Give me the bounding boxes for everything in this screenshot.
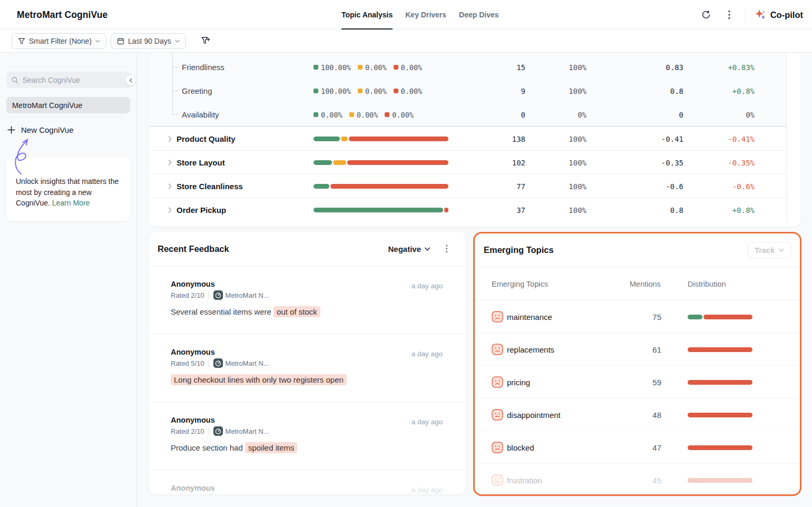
topic-rows: Product Quality 138 100% -0.41 -0.41% bbox=[149, 126, 786, 221]
emerging-topic-row[interactable]: pricing 59 bbox=[475, 366, 800, 398]
score-delta: -0.6% bbox=[687, 174, 755, 198]
smart-filter-dropdown[interactable]: Smart Filter (None) bbox=[12, 33, 106, 49]
column-topic: Emerging Topics bbox=[492, 267, 548, 300]
sidebar-item-metromart-cognivue[interactable]: MetroMart CogniVue bbox=[6, 97, 130, 113]
topic-subrow[interactable]: Friendliness 100.00% 0.00% 0.00% 15 100%… bbox=[149, 55, 786, 79]
feedback-rating: Rated 2/10 bbox=[171, 291, 204, 299]
tab-label: Key Drivers bbox=[405, 11, 446, 19]
feedback-highlight: Long checkout lines with only two regist… bbox=[171, 374, 347, 385]
copilot-button[interactable]: Co-pilot bbox=[754, 8, 803, 21]
sentiment-legend: 100.00% 0.00% 0.00% bbox=[314, 55, 422, 79]
score-delta: +0.8% bbox=[687, 79, 755, 103]
positive-pct: 0.00% bbox=[321, 111, 343, 119]
refresh-icon bbox=[701, 10, 711, 19]
tab[interactable]: Deep Dives bbox=[459, 0, 498, 30]
neutral-square-icon bbox=[358, 89, 363, 93]
positive-segment bbox=[314, 160, 332, 165]
feedback-text: Several essential items were out of stoc… bbox=[171, 306, 443, 318]
negative-segment bbox=[688, 413, 752, 417]
emerging-topic-mentions: 61 bbox=[622, 333, 661, 366]
new-cognivue-label: New CogniVue bbox=[21, 125, 74, 134]
negative-square-icon bbox=[394, 89, 398, 93]
sentiment-score: -0.6 bbox=[629, 174, 683, 198]
column-distribution: Distribution bbox=[688, 267, 726, 300]
score-delta: -0.41% bbox=[687, 127, 755, 151]
meta-divider bbox=[209, 427, 209, 435]
feedback-item[interactable]: Anonymous Rated 3/10 MetroMart N... a da… bbox=[149, 470, 466, 494]
topic-row[interactable]: Order Pickup 37 100% 0.8 +0.8% bbox=[149, 198, 786, 221]
track-dropdown-button[interactable]: Track bbox=[747, 242, 791, 258]
mention-count: 0 bbox=[455, 103, 525, 126]
emerging-topic-distribution-bar bbox=[688, 380, 752, 385]
feedback-item[interactable]: Anonymous Rated 2/10 MetroMart N... a da… bbox=[149, 266, 466, 334]
topic-label: Store Layout bbox=[177, 151, 225, 174]
topic-row[interactable]: Store Layout 102 100% -0.35 -0.35% bbox=[149, 150, 786, 174]
mention-count: 9 bbox=[455, 79, 525, 103]
emerging-topics-columns: Emerging Topics Mentions Distribution bbox=[475, 267, 800, 300]
feedback-rating: Rated 2/10 bbox=[171, 427, 204, 435]
sentiment-bar bbox=[314, 208, 448, 212]
feedback-kebab-menu[interactable] bbox=[443, 241, 451, 256]
feedback-author: Anonymous bbox=[171, 348, 269, 356]
arrow-doodle bbox=[13, 136, 35, 175]
tab-label: Topic Analysis bbox=[341, 11, 393, 19]
emerging-topics-header: Emerging Topics Track bbox=[475, 233, 800, 267]
sad-face-icon bbox=[492, 344, 503, 355]
feedback-item[interactable]: Anonymous Rated 2/10 MetroMart N... a da… bbox=[149, 402, 466, 470]
neutral-pct: 0.00% bbox=[365, 63, 387, 72]
positive-segment bbox=[688, 315, 702, 319]
sentiment-score: -0.41 bbox=[629, 127, 683, 151]
coverage-pct: 100% bbox=[555, 151, 586, 174]
negative-pct: 0.00% bbox=[401, 63, 423, 72]
refresh-button[interactable] bbox=[699, 7, 713, 22]
new-cognivue-button[interactable]: New CogniVue bbox=[7, 125, 74, 134]
collapse-sidebar-button[interactable] bbox=[125, 74, 136, 86]
add-filter-button[interactable] bbox=[201, 36, 210, 45]
emerging-topic-distribution-bar bbox=[688, 478, 752, 483]
gauge-icon bbox=[213, 426, 223, 436]
topic-subrow[interactable]: Availability 0.00% 0.00% 0.00% 0 0% 0 0% bbox=[149, 103, 786, 126]
feedback-item[interactable]: Anonymous Rated 5/10 MetroMart N... a da… bbox=[149, 334, 466, 402]
emerging-topic-row[interactable]: maintenance 75 bbox=[475, 300, 800, 333]
chevron-down-icon bbox=[175, 40, 180, 43]
positive-pct: 100.00% bbox=[321, 87, 351, 95]
emerging-topic-mentions: 75 bbox=[622, 300, 661, 333]
emerging-topic-mentions: 48 bbox=[622, 398, 661, 431]
negative-pct: 0.00% bbox=[401, 87, 423, 95]
sentiment-score: 0 bbox=[629, 103, 683, 126]
emerging-topic-distribution-bar bbox=[688, 413, 752, 417]
emerging-topic-row[interactable]: blocked 47 bbox=[475, 431, 800, 464]
topic-row[interactable]: Product Quality 138 100% -0.41 -0.41% bbox=[149, 126, 786, 150]
recent-feedback-card: Recent Feedback Negative Anonymous Rated… bbox=[149, 232, 466, 494]
emerging-topic-row[interactable]: frustration 45 bbox=[475, 464, 800, 496]
topic-row[interactable]: Store Cleanliness 77 100% -0.6 -0.6% bbox=[149, 174, 786, 198]
emerging-topic-row[interactable]: replacements 61 bbox=[475, 333, 800, 366]
sidebar-search[interactable] bbox=[6, 72, 131, 88]
score-delta: 0% bbox=[687, 103, 755, 126]
recent-feedback-header: Recent Feedback Negative bbox=[149, 232, 466, 266]
topic-subrow[interactable]: Greeting 100.00% 0.00% 0.00% 9 100% 0.8 … bbox=[149, 79, 786, 103]
negative-segment bbox=[688, 380, 752, 385]
positive-square-icon bbox=[314, 112, 318, 117]
header-kebab-menu[interactable] bbox=[722, 7, 737, 22]
emerging-topic-mentions: 59 bbox=[622, 366, 661, 398]
feedback-timestamp: a day ago bbox=[412, 484, 443, 494]
emerging-topic-mentions: 47 bbox=[622, 431, 661, 464]
feedback-author: Anonymous bbox=[171, 280, 269, 288]
positive-segment bbox=[314, 208, 443, 212]
feedback-timestamp: a day ago bbox=[412, 348, 443, 368]
emerging-topic-label: frustration bbox=[507, 464, 542, 496]
feedback-filter-dropdown[interactable]: Negative bbox=[388, 245, 430, 253]
emerging-topic-label: maintenance bbox=[507, 300, 552, 333]
tab[interactable]: Key Drivers bbox=[405, 0, 446, 30]
search-input[interactable] bbox=[23, 76, 125, 84]
chevron-right-icon bbox=[168, 127, 172, 151]
tab[interactable]: Topic Analysis bbox=[341, 0, 393, 30]
emerging-topics-list: maintenance 75 replacements 61 bbox=[475, 300, 800, 496]
feedback-list: Anonymous Rated 2/10 MetroMart N... a da… bbox=[149, 266, 466, 494]
topic-subrows: Friendliness 100.00% 0.00% 0.00% 15 100%… bbox=[149, 53, 786, 126]
date-range-dropdown[interactable]: Last 90 Days bbox=[111, 33, 186, 49]
mention-count: 37 bbox=[455, 198, 525, 222]
learn-more-link[interactable]: Learn More bbox=[52, 199, 90, 207]
emerging-topic-row[interactable]: disappointment 48 bbox=[475, 398, 800, 431]
